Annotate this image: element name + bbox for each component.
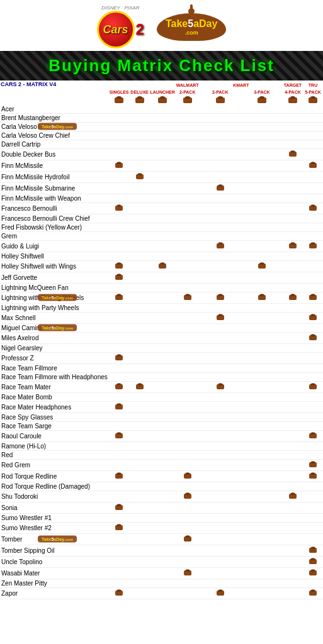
svg-point-115 <box>311 432 315 435</box>
icon-tgt4 <box>283 96 303 105</box>
check-tru5 <box>303 556 323 567</box>
svg-point-58 <box>161 262 165 265</box>
check-tru5 <box>303 470 323 482</box>
check-tru5 <box>303 160 323 171</box>
check-tru5 <box>303 579 323 587</box>
check-km3 <box>241 372 283 381</box>
character-name: Red Grem <box>0 459 109 470</box>
character-name: Francesco Bernoulli Crew Chief <box>0 214 109 223</box>
check-tgt4 <box>283 332 303 343</box>
table-row: Finn McMissile <box>0 160 323 171</box>
take5-watermark: Take5aDay.com <box>38 294 77 301</box>
check-deluxe <box>130 343 150 352</box>
subheader-deluxe: DELUXE <box>130 89 150 96</box>
table-row: Miles Axelrod <box>0 332 323 343</box>
check-singles <box>109 470 130 482</box>
check-km2 <box>200 272 241 283</box>
character-name: Race Spy Glasses <box>0 413 109 421</box>
check-km3 <box>241 194 283 203</box>
table-row: Miguel CaminoTake5aDay.com <box>0 323 323 332</box>
check-wm2 <box>176 513 200 522</box>
check-km2 <box>200 522 241 533</box>
check-singles <box>109 140 130 148</box>
check-km2 <box>200 352 241 364</box>
check-tgt4 <box>283 430 303 441</box>
character-name: Darrell Cartrip <box>0 140 109 148</box>
character-name: Tomber Sipping Oil <box>0 545 109 556</box>
svg-point-100 <box>137 383 142 386</box>
check-tgt4 <box>283 182 303 194</box>
check-tru5 <box>303 352 323 364</box>
table-row: Francesco Bernoulli <box>0 203 323 214</box>
col-kmart-header: KMART <box>200 80 283 89</box>
icon-tru5 <box>303 96 323 105</box>
check-singles <box>109 171 130 182</box>
check-deluxe <box>130 513 150 522</box>
table-row: Carla Veloso Crew Chief <box>0 131 323 140</box>
check-launcher <box>150 401 176 413</box>
check-deluxe <box>130 545 150 556</box>
check-tru5 <box>303 482 323 491</box>
check-deluxe <box>130 579 150 587</box>
check-singles <box>109 513 130 522</box>
check-km2 <box>200 441 241 450</box>
check-tgt4 <box>283 113 303 122</box>
check-tru5 <box>303 364 323 372</box>
check-km2 <box>200 182 241 194</box>
check-wm2 <box>176 459 200 470</box>
check-wm2 <box>176 381 200 392</box>
table-row: Lightning McQueen Fan <box>0 283 323 292</box>
check-singles <box>109 372 130 381</box>
check-km3 <box>241 182 283 194</box>
check-wm2 <box>176 240 200 252</box>
check-tru5 <box>303 171 323 182</box>
check-km2 <box>200 413 241 421</box>
check-km3 <box>241 214 283 223</box>
svg-point-70 <box>185 294 190 296</box>
table-row: Uncle Topolino <box>0 556 323 567</box>
check-km2 <box>200 122 241 131</box>
table-row: Lightning with Party Wheels <box>0 303 323 312</box>
col-walmart-header: WALMART <box>176 80 200 89</box>
check-deluxe <box>130 194 150 203</box>
check-launcher <box>150 513 176 522</box>
character-name: Lightning with Racing WheelsTake5aDay.co… <box>0 292 109 303</box>
character-name: Sonia <box>0 502 109 513</box>
check-singles <box>109 459 130 470</box>
character-name: Finn McMissile <box>0 160 109 171</box>
check-km2 <box>200 545 241 556</box>
check-wm2 <box>176 323 200 332</box>
character-name: Double Decker Bus <box>0 148 109 160</box>
check-km2 <box>200 364 241 372</box>
check-km3 <box>241 364 283 372</box>
check-km3 <box>241 413 283 421</box>
take5-text: Take5aDay <box>166 18 217 30</box>
check-km2 <box>200 214 241 223</box>
check-km2 <box>200 430 241 441</box>
check-km3 <box>241 556 283 567</box>
table-row: Grem <box>0 231 323 240</box>
check-singles <box>109 364 130 372</box>
check-deluxe <box>130 352 150 364</box>
check-deluxe <box>130 556 150 567</box>
check-km3 <box>241 392 283 401</box>
check-launcher <box>150 122 176 131</box>
check-wm2 <box>176 105 200 114</box>
check-wm2 <box>176 292 200 303</box>
check-singles <box>109 579 130 587</box>
check-singles <box>109 323 130 332</box>
check-launcher <box>150 272 176 283</box>
check-launcher <box>150 470 176 482</box>
check-tgt4 <box>283 194 303 203</box>
svg-point-4 <box>137 96 142 99</box>
icon-singles <box>109 96 130 105</box>
check-deluxe <box>130 283 150 292</box>
check-launcher <box>150 148 176 160</box>
check-km3 <box>241 303 283 312</box>
cars2-logo: DISNEY · PIXAR Cars 2 <box>97 5 144 48</box>
check-tru5 <box>303 182 323 194</box>
svg-point-97 <box>117 383 122 386</box>
character-name: Acer <box>0 105 109 114</box>
check-tgt4 <box>283 214 303 223</box>
character-name: Race Mater Bomb <box>0 392 109 401</box>
